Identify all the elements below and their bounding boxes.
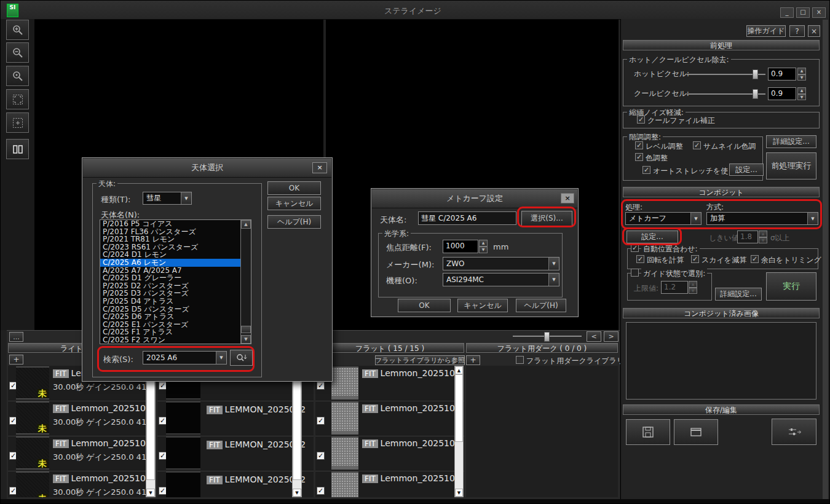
object-name-field[interactable]: 彗星 C/2025 A6 [418,211,516,225]
list-item[interactable]: P/2016 P5 コイアス [100,220,251,228]
autostretch-checkbox[interactable]: ✓ [642,166,650,174]
cool-pixel-input[interactable]: 0.9 [768,87,796,100]
list-item[interactable]: ✓ FIT Lemmon_2025100 [315,401,464,436]
list-item[interactable]: ✓ 未 FIT Lemmon_2025100 30.00秒 ゲイン250.0 4… [8,471,156,497]
preprocess-run-button[interactable]: 前処理実行 [766,152,816,179]
item-thumbnail[interactable] [331,366,358,400]
operation-guide-button[interactable]: 操作ガイド [746,25,786,37]
list-item[interactable]: ✓ 未 FIT Lemmon_2025100 30.00秒 ゲイン250.0 4… [8,436,156,471]
list-item[interactable]: P/2025 D4 アトラス [100,297,251,305]
composite-settings-button[interactable]: 設定... [626,230,678,243]
flat-library-button[interactable]: フラットライブラリから参照 [375,355,465,365]
maximize-button[interactable]: □ [796,7,810,18]
list-item[interactable]: ✓ FIT LEMMON_2025092 [157,401,314,436]
zoom-out-button[interactable] [6,42,29,63]
flatdark-add-button[interactable]: + [466,355,480,365]
scroll-down-icon[interactable]: ▼ [241,335,251,344]
item-thumbnail[interactable] [331,436,358,470]
cool-pixel-stepper[interactable]: ▲▼ [797,87,806,100]
list-item[interactable]: C/2025 D1 グレーラー [100,274,251,282]
guide-select-checkbox[interactable]: ✓ [631,269,639,277]
composite-run-button[interactable]: 実行 [766,272,816,301]
object-ok-button[interactable]: OK [267,181,321,195]
metcalf-help-button[interactable]: ヘルプ(H) [516,299,566,312]
object-listbox[interactable]: P/2016 P5 コイアス P/2017 FL36 パンスターズ P/2021… [100,219,251,344]
process-dropdown[interactable]: メトカーフ ▼ [625,212,702,225]
list-item[interactable]: ✓ FIT LEMMON_2025092 [157,436,314,471]
scrollbar-thumb[interactable] [241,326,251,333]
list-item[interactable]: C/2025 D6 アトラス [100,313,251,321]
open-window-button[interactable] [674,419,718,445]
color-adjust-checkbox[interactable]: ✓ [635,153,643,161]
listbox-scrollbar[interactable]: ▲ ▼ [240,220,251,344]
hot-pixel-stepper[interactable]: ▲▼ [797,68,806,81]
strip-next-button[interactable]: > [604,331,619,342]
flat-panel-scrollbar[interactable]: ▲ ▼ [454,366,464,497]
item-checkbox[interactable]: ✓ [317,417,325,425]
item-thumbnail[interactable] [166,471,200,497]
light-panel-scrollbar[interactable]: ▲ ▼ [146,366,156,497]
panel-help-button[interactable]: ? [789,25,805,37]
zoom-in-button[interactable] [6,20,29,40]
autoalign-checkbox[interactable]: ✓ [631,244,639,252]
list-item[interactable]: ✓ FIT Lemmon_2025100 [315,366,464,401]
dialog-close-icon[interactable]: × [561,193,574,203]
item-checkbox[interactable]: ✓ [317,382,325,390]
search-combobox[interactable]: 2025 A6 ▼ [143,351,227,364]
dialog-close-icon[interactable]: × [312,162,327,173]
scrollbar-thumb[interactable] [455,374,463,442]
coolfile-checkbox[interactable]: ✓ [637,116,645,124]
list-item[interactable]: P/2021 TR81 レモン [100,235,251,243]
right-panel-scrollbar[interactable] [823,20,828,499]
scroll-down-icon[interactable]: ▼ [455,489,463,497]
focal-length-input[interactable]: 1000 [443,240,478,253]
center-button[interactable] [6,112,29,133]
scroll-down-icon[interactable]: ▼ [146,489,155,497]
list-item[interactable]: ✓ 未 FIT Lemmon_2025100 30.00秒 ゲイン250.0 4… [8,401,156,436]
window-close-button[interactable]: × [812,7,826,18]
strip-prev-button[interactable]: < [587,331,601,342]
scroll-up-icon[interactable]: ▲ [241,220,251,229]
fit-screen-button[interactable] [6,89,29,109]
upper-limit-input[interactable]: 1.2 [661,281,688,294]
list-item[interactable]: ✓ FIT Lemmon_2025100 [315,471,464,497]
split-view-button[interactable] [6,139,29,159]
maker-dropdown[interactable]: ZWO ▼ [443,257,559,270]
scroll-down-icon[interactable]: ▼ [293,489,301,497]
method-dropdown[interactable]: 加算 ▼ [706,212,818,225]
level-adjust-checkbox[interactable]: ✓ [635,141,643,149]
light-add-button[interactable]: + [9,355,23,364]
composite-detail-button[interactable]: 詳細設定... [715,288,762,301]
scrollbar-thumb[interactable] [293,374,301,480]
minimize-button[interactable]: _ [780,7,794,18]
hot-pixel-slider-thumb[interactable] [753,69,758,79]
item-checkbox[interactable]: ✓ [317,452,325,460]
export-settings-button[interactable] [772,419,816,445]
list-item[interactable]: ✓ FIT Lemmon_2025100 [315,436,464,471]
preprocess-detail-button[interactable]: 詳細設定... [766,135,816,148]
item-thumbnail[interactable] [166,401,200,435]
type-dropdown[interactable]: 彗星 ▼ [143,192,192,205]
item-thumbnail[interactable] [331,471,358,497]
scroll-up-icon[interactable]: ▲ [455,366,463,374]
thumbnail-tone-checkbox[interactable]: ✓ [693,141,701,149]
model-dropdown[interactable]: ASI294MC ▼ [443,273,559,286]
list-item[interactable]: C/2025 J1 ボリソフ [100,344,251,345]
search-button[interactable] [230,350,253,366]
metcalf-cancel-button[interactable]: キャンセル [457,299,508,312]
rotation-checkbox[interactable]: ✓ [636,255,644,263]
cool-pixel-slider-thumb[interactable] [753,89,758,99]
threshold-input[interactable]: 1.8 [737,230,758,243]
composited-image-preview[interactable] [626,322,816,400]
flatdark-library-checkbox[interactable]: ✓ [516,356,524,364]
object-select-button[interactable]: 選択(S)... [521,211,572,226]
threshold-stepper[interactable]: ▲▼ [759,230,767,243]
item-checkbox[interactable]: ✓ [317,487,325,495]
zoom-actual-button[interactable] [6,66,29,86]
metcalf-ok-button[interactable]: OK [398,299,451,312]
save-button[interactable] [626,419,670,445]
object-help-button[interactable]: ヘルプ(H) [267,215,321,229]
list-item[interactable]: C/2025 F2 スワン [100,336,251,344]
upper-limit-stepper[interactable]: ▲▼ [689,281,697,294]
dark-panel-scrollbar[interactable]: ▲ ▼ [292,366,302,497]
